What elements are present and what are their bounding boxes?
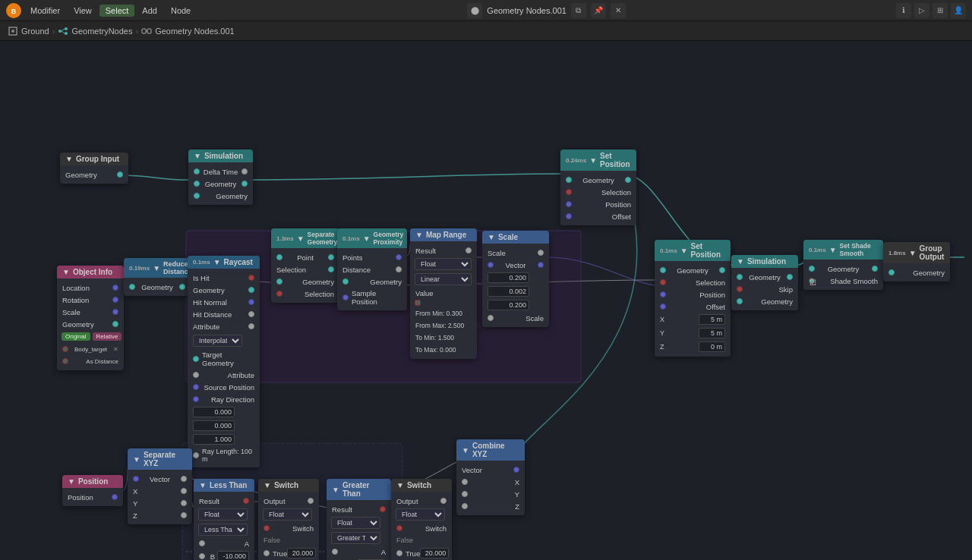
float-socket-in <box>462 503 468 509</box>
geo-socket-out <box>328 254 334 260</box>
node-row: Target Geometry <box>188 349 260 369</box>
node-simulation2[interactable]: ▼ Simulation Geometry Skip Geometry <box>731 255 798 310</box>
breadcrumb-geonodes[interactable]: GeometryNodes <box>71 27 132 36</box>
float-socket-out <box>181 500 187 506</box>
geo-socket-in <box>194 193 200 199</box>
interpolation-dropdown[interactable]: Interpolated <box>193 335 242 347</box>
node-switch1[interactable]: ▼ Switch Output Float Switch False <box>258 479 319 560</box>
float-socket-in <box>199 553 205 559</box>
node-row <box>188 419 260 433</box>
info-icon[interactable]: ℹ <box>896 3 911 18</box>
node-greater-than[interactable]: ▼ Greater Than Result Float Greater Than… <box>327 479 391 560</box>
node-geometry-proximity[interactable]: 0.1ms ▼ Geometry Proximity Points Distan… <box>337 228 407 310</box>
node-row: Geometry <box>188 178 253 190</box>
sphere-icon[interactable]: ⬤ <box>467 3 482 18</box>
vec-socket-in <box>193 396 199 402</box>
bool-socket-in <box>566 189 572 195</box>
node-editor-canvas[interactable]: ▼ Group Input Geometry ▼ Simulation Delt… <box>0 41 972 560</box>
z-input[interactable] <box>699 341 725 352</box>
true-input[interactable] <box>420 548 449 558</box>
node-row <box>482 285 549 298</box>
op-dropdown[interactable]: Less Than <box>198 524 248 536</box>
val-input[interactable] <box>193 420 235 431</box>
node-set-position1[interactable]: 0.24ms ▼ Set Position Geometry Selection… <box>560 149 636 225</box>
node-object-info-header: ▼ Object Info <box>57 266 124 278</box>
editor-icon[interactable]: ⧉ <box>571 3 586 18</box>
b-input[interactable] <box>217 551 249 560</box>
node-less-than[interactable]: ▼ Less Than Result Float Less Than A <box>194 479 254 560</box>
node-scale[interactable]: ▼ Scale Scale Vector <box>482 231 549 327</box>
geo-socket-in <box>737 298 743 304</box>
val-input[interactable] <box>488 300 529 310</box>
node-reduce-distances-header: 0.19ms ▼ Reduce Distances <box>124 258 191 278</box>
node-combine-xyz[interactable]: ▼ Combine XYZ Vector X Y Z <box>456 439 525 515</box>
breadcrumb-ground[interactable]: Ground <box>21 27 49 36</box>
interp-dropdown[interactable]: Linear <box>415 273 472 285</box>
node-switch2[interactable]: ▼ Switch Output Float Switch False <box>391 479 452 560</box>
menu-select[interactable]: Select <box>99 5 135 17</box>
node-row: Vector <box>456 464 525 476</box>
type-dropdown[interactable]: Float <box>198 508 248 521</box>
node-simulation1[interactable]: ▼ Simulation Delta Time Geometry Geometr… <box>188 149 253 205</box>
node-dropdown-row: Float <box>258 507 319 522</box>
breadcrumb-geonodes001[interactable]: Geometry Nodes.001 <box>155 27 235 36</box>
node-row: Ray Length: 100 m <box>188 446 260 464</box>
menu-node[interactable]: Node <box>165 5 197 17</box>
pin-icon[interactable]: 📌 <box>591 3 606 18</box>
node-row: X <box>128 485 192 497</box>
node-position[interactable]: ▼ Position Position <box>62 475 123 506</box>
float-socket-out <box>248 311 254 317</box>
x-input[interactable] <box>699 314 725 325</box>
close-title-btn[interactable]: ✕ <box>611 3 626 18</box>
type-dropdown[interactable]: Float <box>331 517 380 529</box>
node-reduce-distances[interactable]: 0.19ms ▼ Reduce Distances Geometry <box>124 258 191 296</box>
type-dropdown[interactable]: Float <box>415 258 472 270</box>
type-dropdown[interactable]: Float <box>263 508 312 521</box>
node-group-output[interactable]: 1.8ms ▼ Group Output Geometry <box>883 242 950 282</box>
node-map-range-body: Result Float Linear Value From Min: 0.30 <box>410 241 477 359</box>
relative-tab[interactable]: Relative <box>93 332 122 341</box>
menu-add[interactable]: Add <box>136 5 163 17</box>
node-row: Points <box>337 251 407 263</box>
original-tab[interactable]: Original <box>62 332 90 341</box>
topbar-right: ℹ ▷ ⊞ 👤 <box>896 3 966 18</box>
true-input[interactable] <box>287 548 316 558</box>
node-row: Hit Distance <box>188 308 260 320</box>
menu-modifier[interactable]: Modifier <box>24 5 66 17</box>
node-group-input[interactable]: ▼ Group Input Geometry <box>60 153 128 184</box>
menu-view[interactable]: View <box>68 5 98 17</box>
layout-icon[interactable]: ⊞ <box>933 3 948 18</box>
val-input[interactable] <box>488 286 529 297</box>
node-row: Y <box>655 326 731 340</box>
val-input[interactable] <box>193 434 235 445</box>
node-separate-xyz[interactable]: ▼ Separate XYZ Vector X Y Z <box>128 448 192 524</box>
geo-socket-in <box>276 278 282 285</box>
user-icon[interactable]: 👤 <box>951 3 966 18</box>
vec-socket-out <box>112 285 118 291</box>
op-dropdown[interactable]: Greater Than <box>331 532 380 544</box>
node-map-range[interactable]: ▼ Map Range Result Float Linear Value <box>410 228 477 359</box>
node-set-position2[interactable]: 0.1ms ▼ Set Position Geometry Selection … <box>655 240 731 357</box>
node-row: True <box>258 546 319 560</box>
node-switch2-header: ▼ Switch <box>391 479 452 492</box>
node-set-shade-smooth[interactable]: 0.1ms ▼ Set Shade Smooth Geometry ☑ Shad… <box>803 240 883 290</box>
node-separate-geometry-header: 1.3ms ▼ Separate Geometry <box>271 228 339 248</box>
geo-socket-out <box>117 171 123 178</box>
node-set-position1-header: 0.24ms ▼ Set Position <box>560 149 636 171</box>
node-object-info[interactable]: ▼ Object Info Location Rotation Scale Ge… <box>57 266 124 370</box>
val-input[interactable] <box>193 407 235 417</box>
node-raycast[interactable]: 0.1ms ▼ Raycast Is Hit Geometry Hit Norm… <box>188 256 260 467</box>
node-row: Position <box>62 491 123 503</box>
node-set-shade-smooth-body: Geometry ☑ Shade Smooth <box>803 260 883 290</box>
svg-point-6 <box>65 32 68 35</box>
node-row: Geometry <box>124 281 191 293</box>
scene-icon <box>8 26 18 36</box>
node-separate-geometry[interactable]: 1.3ms ▼ Separate Geometry Point Selectio… <box>271 228 339 303</box>
render-icon[interactable]: ▷ <box>914 3 929 18</box>
y-input[interactable] <box>699 328 725 338</box>
geo-socket-in <box>737 274 743 280</box>
val-input[interactable] <box>488 272 529 283</box>
type-dropdown[interactable]: Float <box>396 508 445 521</box>
geo-socket-out <box>625 177 631 183</box>
node-row: Hit Normal <box>188 296 260 308</box>
